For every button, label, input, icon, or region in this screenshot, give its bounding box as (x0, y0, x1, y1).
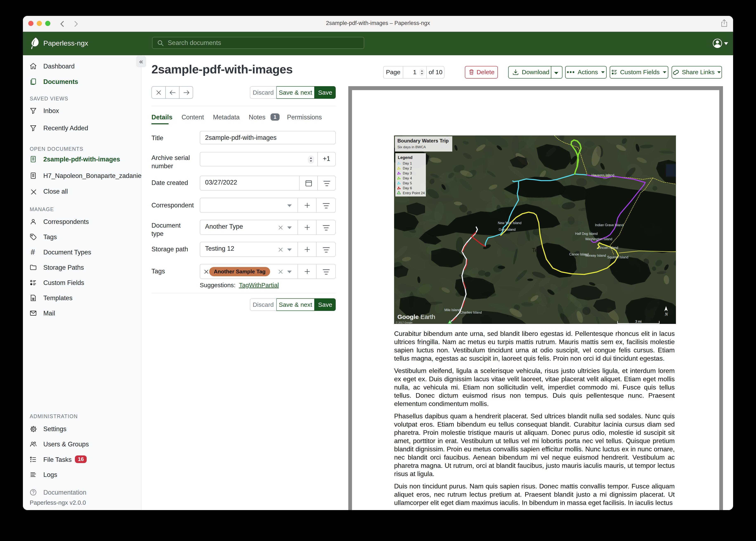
svg-text:Lincoln Island: Lincoln Island (598, 246, 618, 250)
svg-text:Google Earth: Google Earth (397, 313, 435, 320)
svg-text:Six days in BWCA: Six days in BWCA (397, 145, 426, 149)
svg-text:Text: Text (532, 247, 543, 254)
svg-text:Day 3: Day 3 (403, 171, 412, 175)
svg-text:Half Dog Island: Half Dog Island (575, 232, 598, 236)
svg-text:Washington Island: Washington Island (585, 237, 612, 241)
svg-text:Hausons Island: Hausons Island (592, 173, 614, 177)
svg-text:Norway Island: Norway Island (585, 254, 606, 257)
svg-text:Gary Island: Gary Island (499, 228, 516, 231)
svg-text:Indian Grave Island: Indian Grave Island (595, 223, 624, 227)
svg-text:New York Island: New York Island (498, 221, 522, 225)
svg-text:Squirrel Island: Squirrel Island (607, 256, 628, 259)
svg-text:Day 2: Day 2 (403, 166, 412, 170)
svg-text:Day 1: Day 1 (403, 162, 412, 165)
svg-text:Boundary Waters Trip: Boundary Waters Trip (397, 138, 449, 144)
svg-text:Charlies Island: Charlies Island (460, 311, 482, 314)
svg-text:Day 4: Day 4 (403, 176, 412, 180)
svg-text:Legend: Legend (398, 155, 412, 160)
svg-text:© 2017 Google: © 2017 Google (396, 321, 412, 324)
svg-text:Mile Island: Mile Island (444, 308, 460, 312)
svg-text:Day 6: Day 6 (403, 186, 412, 190)
svg-text:3 mi: 3 mi (635, 320, 641, 323)
svg-text:Entry Point 24: Entry Point 24 (403, 191, 425, 195)
svg-text:Day 5: Day 5 (403, 181, 412, 185)
svg-text:N: N (665, 311, 668, 317)
